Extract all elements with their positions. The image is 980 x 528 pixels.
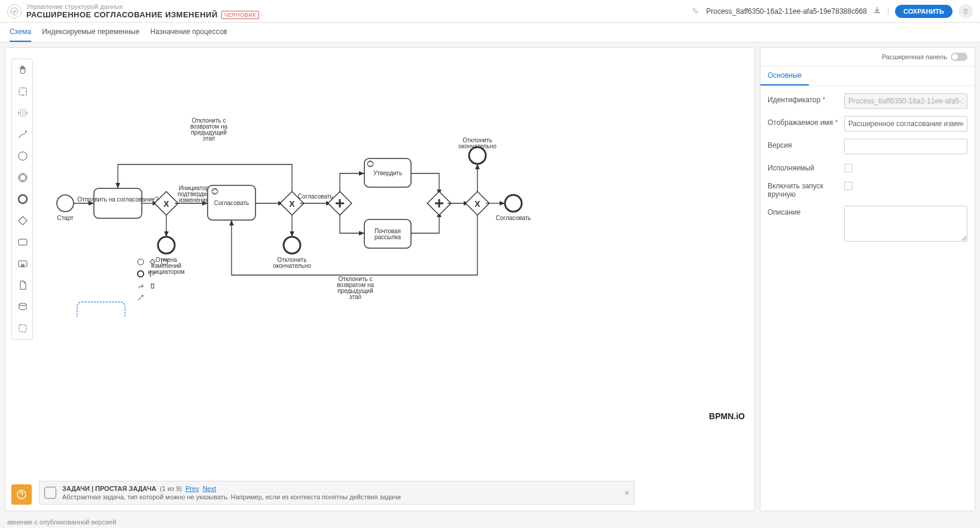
svg-point-45 [138,259,144,265]
sidebar-tab-main[interactable]: Основные [760,66,809,86]
svg-rect-44 [77,302,125,317]
process-id: Process_8aff6350-16a2-11ee-afa5-19e78388… [706,7,867,16]
svg-text:Отклонить свозвратом напредыду: Отклонить свозвратом напредыдущийэтап [337,276,375,300]
svg-text:Отклонитьокончательно: Отклонитьокончательно [458,137,497,149]
field-check-manual[interactable] [844,182,853,190]
space-tool[interactable] [12,102,34,124]
status-badge: ЧЕРНОВИК [221,11,259,19]
issues-next[interactable]: Next [203,485,217,492]
svg-point-39 [469,147,486,164]
field-label-manual: Включить запуск вручную [768,179,839,199]
svg-text:Инициаторподтвердилизменения: Инициаторподтвердилизменения [178,185,211,203]
pad-annotation[interactable] [148,269,157,279]
tabs: Схема Индексируемые переменные Назначени… [0,23,980,42]
svg-point-18 [158,237,175,254]
data-store-tool[interactable] [12,296,34,318]
delete-button[interactable] [958,4,973,19]
task-tool[interactable] [12,231,34,253]
field-label-version: Версия [768,139,839,149]
pad-task[interactable] [160,257,169,267]
svg-point-4 [20,175,26,181]
field-input-name[interactable] [844,116,967,132]
svg-rect-46 [150,260,155,264]
link-icon [692,7,700,16]
header: Управление структурой данных РАСШИРЕННОЕ… [0,0,980,23]
svg-rect-47 [162,260,168,264]
svg-text:Согласовать: Согласовать [214,200,249,206]
pad-end-event[interactable] [136,269,145,279]
issues-count: (1 из 9) [160,485,182,492]
svg-point-5 [19,195,27,203]
tab-variables[interactable]: Индексируемые переменные [42,23,139,42]
svg-rect-11 [19,325,26,332]
pad-start-event[interactable] [136,257,145,267]
field-label-name: Отображаемое имя * [768,116,839,127]
pad-delete[interactable] [148,281,157,291]
intermediate-event-tool[interactable] [12,167,34,188]
issues-close[interactable]: × [625,488,629,498]
canvas[interactable]: Старт Отправить на согласование? X Отмен… [5,47,755,511]
page-title: РАСШИРЕННОЕ СОГЛАСОВАНИЕ ИЗМЕНЕНИЙ ЧЕРНО… [26,10,259,19]
tool-palette [11,59,33,340]
help-button[interactable] [11,484,32,505]
svg-point-41 [505,195,522,212]
tab-schema[interactable]: Схема [10,23,31,42]
field-label-exec: Исполняемый [768,161,839,172]
footer-status: авнение с опубликованной версией [0,516,980,528]
svg-text:X: X [289,199,295,209]
hand-tool[interactable] [12,59,34,81]
extended-panel-label: Расширенная панель [882,53,947,60]
svg-text:Отклонитьокончательно: Отклонитьокончательно [273,257,311,269]
svg-text:Старт: Старт [57,215,74,221]
svg-point-26 [284,237,300,254]
field-check-exec[interactable] [844,164,853,172]
svg-rect-1 [19,88,26,95]
field-label-id: Идентификатор * [768,93,839,104]
field-input-id [844,93,967,109]
extended-panel-toggle[interactable] [951,53,967,61]
end-event-tool[interactable] [12,188,34,210]
field-input-version[interactable] [844,139,967,154]
svg-text:Согласовать: Согласовать [496,215,531,221]
issues-desc: Абстрактная задача, тип которой можно не… [62,493,619,500]
pad-connect[interactable] [136,293,145,303]
group-tool[interactable] [12,318,34,339]
svg-point-48 [138,271,144,277]
app-icon [7,4,22,19]
svg-text:X: X [163,199,169,209]
tab-assignment[interactable]: Назначение процессов [150,23,227,42]
breadcrumb[interactable]: Управление структурой данных [26,3,259,10]
field-textarea-desc[interactable] [844,206,967,242]
connect-tool[interactable] [12,124,34,145]
context-pad [136,257,169,303]
svg-text:Отправить на согласование?: Отправить на согласование? [77,196,159,203]
svg-text:Согласовать: Согласовать [298,193,333,200]
svg-rect-14 [94,188,142,218]
svg-point-10 [19,303,26,306]
pad-gateway[interactable] [148,257,157,267]
gateway-tool[interactable] [12,210,34,231]
bpmn-diagram[interactable]: Старт Отправить на согласование? X Отмен… [47,90,556,317]
issues-prev[interactable]: Prev [185,485,199,492]
download-icon[interactable] [873,6,881,16]
pad-wrench[interactable] [136,281,145,291]
svg-point-12 [57,195,74,212]
svg-rect-7 [19,239,27,245]
data-object-tool[interactable] [12,274,34,296]
issues-bar: ЗАДАЧИ | ПРОСТАЯ ЗАДАЧА (1 из 9) Prev Ne… [39,481,635,505]
lasso-tool[interactable] [12,81,34,102]
save-button[interactable]: СОХРАНИТЬ [895,5,952,18]
svg-text:Почтоваярассылка: Почтоваярассылка [375,228,401,240]
subprocess-tool[interactable] [12,253,34,274]
svg-point-2 [19,152,27,160]
bpmn-logo: BPMN.iO [709,411,745,421]
svg-text:Отклонить свозвратом напредыду: Отклонить свозвратом напредыдущийэтап [190,117,228,142]
start-event-tool[interactable] [12,145,34,167]
issues-title: ЗАДАЧИ | ПРОСТАЯ ЗАДАЧА [62,485,156,492]
svg-text:X: X [474,199,480,209]
svg-text:Утвердить: Утвердить [373,170,402,176]
svg-rect-6 [19,216,27,225]
issues-icon [44,487,56,499]
field-label-desc: Описание [768,206,839,216]
properties-panel: Расширенная панель Основные Идентификато… [760,47,975,511]
